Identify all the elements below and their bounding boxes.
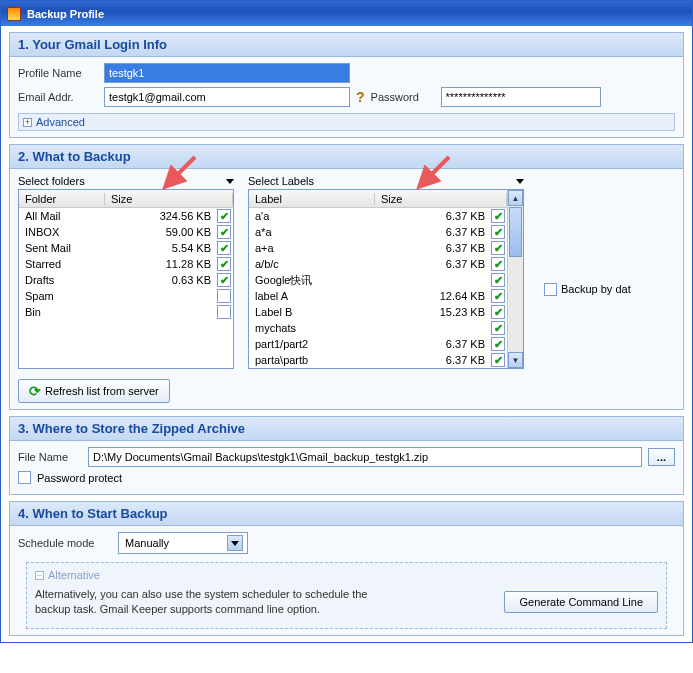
section-login: 1. Your Gmail Login Info Profile Name Em… [9,32,684,138]
item-checkbox[interactable] [491,305,505,319]
item-size: 6.37 KB [381,242,491,254]
alternative-panel: – Alternative Alternatively, you can als… [26,562,667,629]
item-name: Spam [25,290,111,302]
item-size: 59.00 KB [111,226,217,238]
list-item[interactable]: parta\partb6.37 KB [249,352,507,368]
password-input[interactable] [441,87,601,107]
item-checkbox[interactable] [217,273,231,287]
list-item[interactable]: a+a6.37 KB [249,240,507,256]
item-size: 6.37 KB [381,226,491,238]
generate-cmd-label: Generate Command Line [519,596,643,608]
password-protect-label: Password protect [37,472,122,484]
section-schedule-header: 4. When to Start Backup [10,502,683,526]
item-name: Label B [255,306,381,318]
profile-name-label: Profile Name [18,67,98,79]
folders-header[interactable]: Folder Size [19,190,233,208]
item-checkbox[interactable] [217,225,231,239]
item-size: 6.37 KB [381,354,491,366]
plus-icon: + [23,118,32,127]
email-input[interactable] [104,87,350,107]
list-item[interactable]: Bin [19,304,233,320]
refresh-icon: ⟳ [29,383,41,399]
item-checkbox[interactable] [491,273,505,287]
advanced-label: Advanced [36,116,85,128]
alternative-text: Alternatively, you can also use the syst… [35,587,395,618]
item-checkbox[interactable] [217,241,231,255]
window-title: Backup Profile [27,8,104,20]
profile-name-input[interactable] [104,63,350,83]
list-item[interactable]: Sent Mail5.54 KB [19,240,233,256]
folder-col-hdr: Folder [19,193,105,205]
item-name: Starred [25,258,111,270]
schedule-mode-label: Schedule mode [18,537,112,549]
list-item[interactable]: label A12.64 KB [249,288,507,304]
backup-profile-window: Backup Profile 1. Your Gmail Login Info … [0,0,693,643]
chevron-down-icon [226,179,234,184]
select-labels-label: Select Labels [248,175,314,187]
list-item[interactable]: a*a6.37 KB [249,224,507,240]
list-item[interactable]: mychats [249,320,507,336]
list-item[interactable]: Starred11.28 KB [19,256,233,272]
item-checkbox[interactable] [491,337,505,351]
filename-input[interactable] [88,447,642,467]
item-size: 0.63 KB [111,274,217,286]
item-checkbox[interactable] [491,241,505,255]
list-item[interactable]: Drafts0.63 KB [19,272,233,288]
item-checkbox[interactable] [491,257,505,271]
list-item[interactable]: Personal2.27 KB [249,368,507,369]
backup-by-date-label: Backup by dat [561,283,631,295]
item-checkbox[interactable] [217,209,231,223]
item-checkbox[interactable] [217,289,231,303]
item-size: 324.56 KB [111,210,217,222]
scrollbar[interactable]: ▲ ▼ [507,190,523,368]
backup-by-date-option[interactable]: Backup by dat [544,175,631,403]
item-checkbox[interactable] [217,305,231,319]
item-name: INBOX [25,226,111,238]
labels-header[interactable]: Label Size [249,190,507,208]
browse-button[interactable]: ... [648,448,675,466]
select-labels-dropdown[interactable]: Select Labels [248,175,524,187]
schedule-mode-value: Manually [125,537,169,549]
select-folders-dropdown[interactable]: Select folders [18,175,234,187]
item-checkbox[interactable] [491,289,505,303]
list-item[interactable]: INBOX59.00 KB [19,224,233,240]
item-checkbox[interactable] [491,225,505,239]
filename-label: File Name [18,451,82,463]
help-icon[interactable]: ? [356,89,365,105]
item-checkbox[interactable] [491,353,505,367]
item-checkbox[interactable] [491,209,505,223]
item-name: Drafts [25,274,111,286]
item-size: 12.64 KB [381,290,491,302]
minus-icon: – [35,571,44,580]
list-item[interactable]: Spam [19,288,233,304]
scroll-thumb[interactable] [509,207,522,257]
chevron-down-icon [227,535,243,551]
item-name: mychats [255,322,381,334]
item-name: All Mail [25,210,111,222]
schedule-mode-select[interactable]: Manually [118,532,248,554]
section-what-header: 2. What to Backup [10,145,683,169]
list-item[interactable]: All Mail324.56 KB [19,208,233,224]
advanced-expander[interactable]: + Advanced [18,113,675,131]
checkbox[interactable] [544,283,557,296]
item-checkbox[interactable] [491,321,505,335]
scroll-down-button[interactable]: ▼ [508,352,523,368]
password-protect-checkbox[interactable] [18,471,31,484]
alternative-expander[interactable]: – Alternative [35,567,658,587]
list-item[interactable]: a/b/c6.37 KB [249,256,507,272]
email-label: Email Addr. [18,91,98,103]
titlebar[interactable]: Backup Profile [1,1,692,26]
list-item[interactable]: a'a6.37 KB [249,208,507,224]
item-checkbox[interactable] [217,257,231,271]
item-name: Google快讯 [255,273,381,288]
refresh-button[interactable]: ⟳ Refresh list from server [18,379,170,403]
item-name: part1/part2 [255,338,381,350]
item-size: 5.54 KB [111,242,217,254]
list-item[interactable]: part1/part26.37 KB [249,336,507,352]
scroll-up-button[interactable]: ▲ [508,190,523,206]
list-item[interactable]: Google快讯 [249,272,507,288]
item-name: a+a [255,242,381,254]
generate-command-line-button[interactable]: Generate Command Line [504,591,658,613]
list-item[interactable]: Label B15.23 KB [249,304,507,320]
section-what-to-backup: 2. What to Backup Select folders Fol [9,144,684,410]
